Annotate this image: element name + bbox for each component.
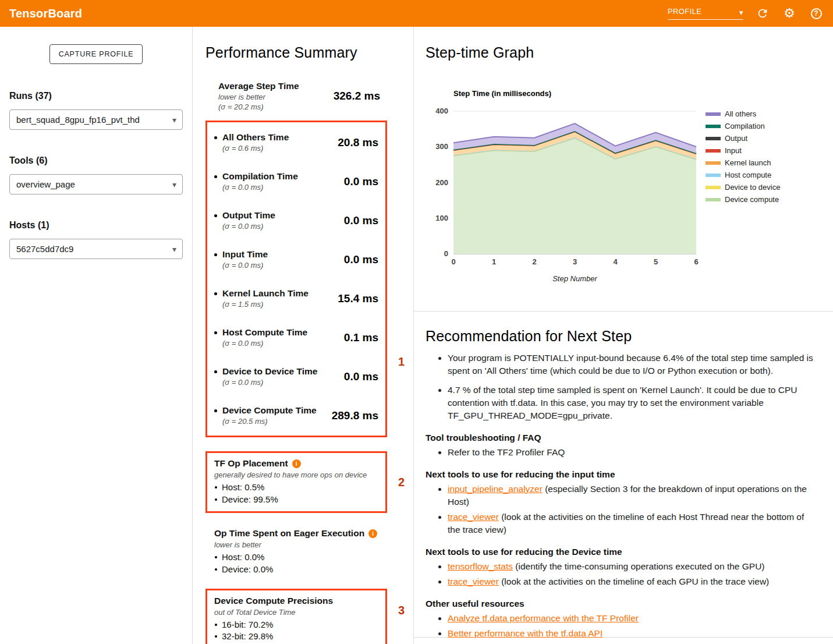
tools-select[interactable]: overview_page ▾ <box>9 174 183 194</box>
metric-row: Device Compute Time(σ = 20.5 ms)289.8 ms <box>207 396 385 435</box>
metric-label: Device to Device Time <box>222 366 317 377</box>
stat-item: 16-bit: 70.2% <box>214 619 378 631</box>
recommendation-link[interactable]: tensorflow_stats <box>448 561 513 571</box>
recommendation-item: Better performance with the tf.data API <box>448 627 819 640</box>
metric-row: Compilation Time(σ = 0.0 ms)0.0 ms <box>207 162 385 201</box>
recommendation-text: (identify the time-consuming operations … <box>513 561 765 571</box>
metric-row: Host Compute Time(σ = 0.0 ms)0.1 ms <box>207 318 385 357</box>
metric-label: Output Time <box>222 210 275 221</box>
metric-sigma: (σ = 0.0 ms) <box>222 222 275 231</box>
metric-text: All Others Time(σ = 0.6 ms) <box>222 132 289 153</box>
bullet-icon <box>214 292 217 295</box>
dashboard-selector-value: PROFILE <box>668 7 701 16</box>
metric-value: 20.8 ms <box>338 136 378 149</box>
svg-text:Step Number: Step Number <box>552 274 597 283</box>
metric-sigma: (σ = 0.6 ms) <box>222 144 289 153</box>
tools-group: Tools (6) overview_page ▾ <box>9 155 183 194</box>
eager-execution-block: Op Time Spent on Eager Execution i lower… <box>205 528 387 575</box>
metric-text: Device Compute Time(σ = 20.5 ms) <box>222 405 317 426</box>
recommendation-sections: Tool troubleshooting / FAQRefer to the T… <box>426 433 819 640</box>
hosts-select[interactable]: 5627c5dd7dc9 ▾ <box>9 239 183 259</box>
runs-group: Runs (37) bert_squad_8gpu_fp16_pvt_thd ▾ <box>9 91 183 130</box>
tools-select-value: overview_page <box>16 179 75 189</box>
svg-text:4: 4 <box>613 257 618 266</box>
metrics-annotation-wrap: All Others Time(σ = 0.6 ms)20.8 msCompil… <box>205 121 387 437</box>
step-time-breakdown-box: All Others Time(σ = 0.6 ms)20.8 msCompil… <box>205 121 387 437</box>
metric-label: Average Step Time <box>218 81 299 91</box>
right-panel: Step-time Graph 01002003004000123456Step… <box>414 27 833 644</box>
stat-item: Host: 0.0% <box>214 551 380 564</box>
svg-text:Kernel launch: Kernel launch <box>725 158 771 167</box>
bullet-icon <box>214 175 217 178</box>
svg-text:Device to device: Device to device <box>725 183 780 192</box>
hosts-group: Hosts (1) 5627c5dd7dc9 ▾ <box>9 220 183 259</box>
metric-row: Output Time(σ = 0.0 ms)0.0 ms <box>207 201 385 240</box>
metric-label: All Others Time <box>222 132 289 143</box>
metric-sigma: (σ = 0.0 ms) <box>222 378 317 387</box>
performance-summary-panel: Performance Summary Average Step Time lo… <box>193 27 414 644</box>
svg-text:400: 400 <box>435 107 448 115</box>
metric-text: Output Time(σ = 0.0 ms) <box>222 210 275 231</box>
average-step-time-row: Average Step Time lower is better (σ = 2… <box>205 81 387 111</box>
info-icon[interactable]: i <box>368 529 377 538</box>
tf-op-placement-box: TF Op Placement i generally desired to h… <box>205 451 387 513</box>
svg-text:Step Time (in milliseconds): Step Time (in milliseconds) <box>453 89 551 98</box>
metric-label: Kernel Launch Time <box>222 288 309 299</box>
metric-text: Kernel Launch Time(σ = 1.5 ms) <box>222 288 309 309</box>
recommendation-link[interactable]: trace_viewer <box>448 576 499 586</box>
runs-select[interactable]: bert_squad_8gpu_fp16_pvt_thd ▾ <box>9 109 183 130</box>
info-icon[interactable]: i <box>292 459 301 468</box>
recommendation-link[interactable]: Analyze tf.data performance with the TF … <box>448 613 639 623</box>
metric-left: Kernel Launch Time(σ = 1.5 ms) <box>214 288 309 309</box>
bullet-icon <box>214 136 217 139</box>
chevron-down-icon: ▾ <box>739 10 743 16</box>
metric-note: lower is better <box>218 93 299 101</box>
app-title: TensorBoard <box>9 7 82 20</box>
hosts-label: Hosts (1) <box>9 220 183 231</box>
metric-text: Host Compute Time(σ = 0.0 ms) <box>222 327 307 348</box>
gear-icon: ⚙ <box>784 6 795 21</box>
device-compute-precisions-box: Device Compute Precisions out of Total D… <box>205 589 387 644</box>
dashboard-selector[interactable]: PROFILE ▾ <box>668 7 743 20</box>
bullet-icon <box>214 253 217 256</box>
annotation-number-2: 2 <box>398 476 405 489</box>
chevron-down-icon: ▾ <box>172 180 176 189</box>
metric-sigma: (σ = 0.0 ms) <box>222 183 298 192</box>
svg-text:300: 300 <box>435 142 448 151</box>
recommendation-list: Analyze tf.data performance with the TF … <box>426 612 819 640</box>
svg-text:Compilation: Compilation <box>725 122 765 130</box>
stat-item: Host: 0.5% <box>214 482 378 494</box>
main-content: CAPTURE PROFILE Runs (37) bert_squad_8gp… <box>0 27 833 644</box>
reload-button[interactable] <box>755 6 770 21</box>
app-header: TensorBoard PROFILE ▾ ⚙ ? <box>0 0 833 27</box>
recommendation-panel: Recommendation for Next Step Your progra… <box>414 312 833 638</box>
recommendation-heading: Next tools to use for reducing the Devic… <box>426 547 819 557</box>
settings-button[interactable]: ⚙ <box>782 6 797 21</box>
svg-text:6: 6 <box>694 257 698 266</box>
sidebar: CAPTURE PROFILE Runs (37) bert_squad_8gp… <box>0 27 193 644</box>
metric-label: Compilation Time <box>222 171 298 182</box>
metric-row: Input Time(σ = 0.0 ms)0.0 ms <box>207 240 385 279</box>
capture-profile-button[interactable]: CAPTURE PROFILE <box>49 44 143 64</box>
recommendation-list: Refer to the TF2 Profiler FAQ <box>426 446 819 459</box>
svg-text:100: 100 <box>435 214 448 222</box>
metric-value: 0.0 ms <box>344 214 378 227</box>
recommendation-link[interactable]: input_pipeline_analyzer <box>448 484 543 494</box>
metric-value: 0.0 ms <box>344 175 378 188</box>
recommendation-link[interactable]: Better performance with the tf.data API <box>448 628 602 638</box>
recommendation-link[interactable]: trace_viewer <box>448 512 499 522</box>
svg-text:0: 0 <box>444 249 448 258</box>
metric-left: Input Time(σ = 0.0 ms) <box>214 249 268 270</box>
help-button[interactable]: ? <box>809 6 824 21</box>
metric-sigma: (σ = 0.0 ms) <box>222 339 307 348</box>
recommendation-list: input_pipeline_analyzer (especially Sect… <box>426 483 819 536</box>
metric-label: Device Compute Time <box>222 405 317 416</box>
metric-left: Device to Device Time(σ = 0.0 ms) <box>214 366 317 387</box>
metric-sigma: (σ = 1.5 ms) <box>222 300 309 309</box>
tools-label: Tools (6) <box>9 155 183 166</box>
svg-text:5: 5 <box>654 257 658 266</box>
device-compute-precisions-note: out of Total Device Time <box>214 608 378 617</box>
metric-value: 326.2 ms <box>334 90 380 102</box>
recommendation-item: Analyze tf.data performance with the TF … <box>448 612 819 625</box>
metric-label: Host Compute Time <box>222 327 307 338</box>
